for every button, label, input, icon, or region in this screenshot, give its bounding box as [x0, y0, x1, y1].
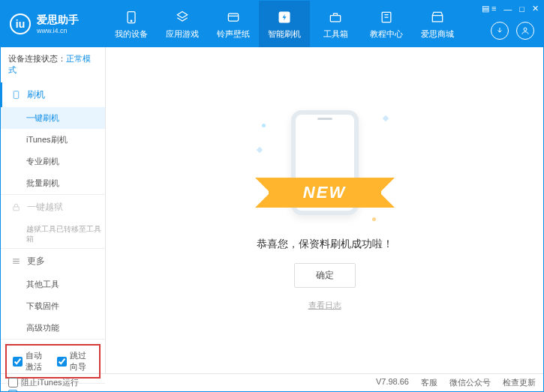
options-box: 自动激活 跳过向导 — [5, 344, 101, 379]
settings-menu-icon[interactable]: ▤ ≡ — [482, 4, 496, 13]
logo: iu 爱思助手 www.i4.cn — [1, 13, 106, 34]
nav-label: 应用游戏 — [166, 28, 199, 40]
sidebar-item-more-2[interactable]: 高级功能 — [1, 317, 105, 339]
auto-activate-checkbox[interactable]: 自动激活 — [13, 350, 50, 373]
sidebar-item-flash-2[interactable]: 专业刷机 — [1, 151, 105, 172]
download-button[interactable] — [491, 22, 509, 40]
sidebar-item-more-1[interactable]: 下载固件 — [1, 295, 105, 317]
toolbox-icon — [327, 9, 344, 25]
sidebar-item-more-0[interactable]: 其他工具 — [1, 274, 105, 295]
sidebar-section-jailbreak-label: 一键越狱 — [27, 201, 63, 214]
user-button[interactable] — [516, 22, 534, 40]
nav-label: 工具箱 — [323, 28, 348, 40]
version-label: V7.98.66 — [376, 377, 409, 388]
svg-rect-7 — [14, 91, 19, 99]
nav-label: 教程中心 — [370, 28, 403, 40]
auto-activate-label: 自动激活 — [26, 350, 50, 373]
confirm-button[interactable]: 确定 — [294, 263, 356, 288]
svg-rect-4 — [330, 15, 340, 21]
wechat-link[interactable]: 微信公众号 — [449, 377, 491, 388]
nav-flash[interactable]: 智能刷机 — [259, 1, 310, 47]
nav-store[interactable]: 爱思商城 — [412, 1, 463, 47]
logo-subtitle: www.i4.cn — [37, 27, 79, 34]
sidebar-item-flash-3[interactable]: 批量刷机 — [1, 172, 105, 194]
nav-wallet[interactable]: 铃声壁纸 — [208, 1, 259, 47]
check-update-link[interactable]: 检查更新 — [503, 377, 536, 388]
sidebar-section-jailbreak: 一键越狱 — [1, 195, 105, 220]
lock-icon — [11, 202, 21, 212]
svg-point-1 — [131, 20, 132, 22]
sidebar-section-more-label: 更多 — [27, 255, 45, 268]
block-itunes-label: 阻止iTunes运行 — [21, 377, 79, 388]
status-label: 设备连接状态： — [8, 54, 66, 63]
logo-icon: iu — [10, 13, 31, 34]
close-icon[interactable]: ✕ — [532, 4, 539, 13]
success-message: 恭喜您，保资料刷机成功啦！ — [257, 238, 393, 251]
phone-icon — [11, 90, 21, 100]
success-illustration: NEW — [257, 110, 392, 223]
nav-label: 爱思商城 — [421, 28, 454, 40]
connection-status: 设备连接状态：正常模式 — [1, 47, 105, 82]
skip-guide-label: 跳过向导 — [70, 350, 94, 373]
new-ribbon: NEW — [269, 178, 381, 208]
nav-apps[interactable]: 应用游戏 — [157, 1, 208, 47]
window-controls: ▤ ≡ — □ ✕ — [482, 4, 539, 13]
sidebar-section-flash-label: 刷机 — [27, 88, 45, 101]
sidebar: 设备连接状态：正常模式 刷机 一键刷机iTunes刷机专业刷机批量刷机 一键越狱… — [1, 47, 106, 373]
book-icon — [378, 9, 395, 25]
phone-icon — [123, 9, 140, 25]
app-header: iu 爱思助手 www.i4.cn 我的设备应用游戏铃声壁纸智能刷机工具箱教程中… — [1, 1, 543, 47]
nav-toolbox[interactable]: 工具箱 — [310, 1, 361, 47]
main-content: NEW 恭喜您，保资料刷机成功啦！ 确定 查看日志 — [106, 47, 543, 373]
nav-phone[interactable]: 我的设备 — [106, 1, 157, 47]
jailbreak-note: 越狱工具已转移至工具箱 — [1, 220, 105, 248]
nav-label: 我的设备 — [115, 28, 148, 40]
maximize-icon[interactable]: □ — [519, 4, 524, 13]
logo-title: 爱思助手 — [37, 13, 79, 27]
nav-label: 铃声壁纸 — [217, 28, 250, 40]
store-icon — [429, 9, 446, 25]
nav-book[interactable]: 教程中心 — [361, 1, 412, 47]
menu-icon — [11, 256, 21, 266]
flash-icon — [276, 9, 293, 25]
main-nav: 我的设备应用游戏铃声壁纸智能刷机工具箱教程中心爱思商城 — [106, 1, 463, 47]
view-log-link[interactable]: 查看日志 — [308, 300, 341, 311]
svg-rect-8 — [14, 207, 20, 211]
sidebar-section-flash[interactable]: 刷机 — [1, 82, 105, 107]
sidebar-section-more[interactable]: 更多 — [1, 249, 105, 274]
skip-guide-checkbox[interactable]: 跳过向导 — [57, 350, 94, 373]
sidebar-item-flash-0[interactable]: 一键刷机 — [1, 107, 105, 129]
minimize-icon[interactable]: — — [503, 4, 512, 13]
wallet-icon — [225, 9, 242, 25]
support-link[interactable]: 客服 — [421, 377, 437, 388]
svg-rect-2 — [228, 13, 238, 21]
nav-label: 智能刷机 — [268, 28, 301, 40]
svg-point-6 — [524, 28, 527, 31]
apps-icon — [174, 9, 191, 25]
sidebar-item-flash-1[interactable]: iTunes刷机 — [1, 129, 105, 151]
block-itunes-checkbox[interactable]: 阻止iTunes运行 — [8, 377, 79, 388]
